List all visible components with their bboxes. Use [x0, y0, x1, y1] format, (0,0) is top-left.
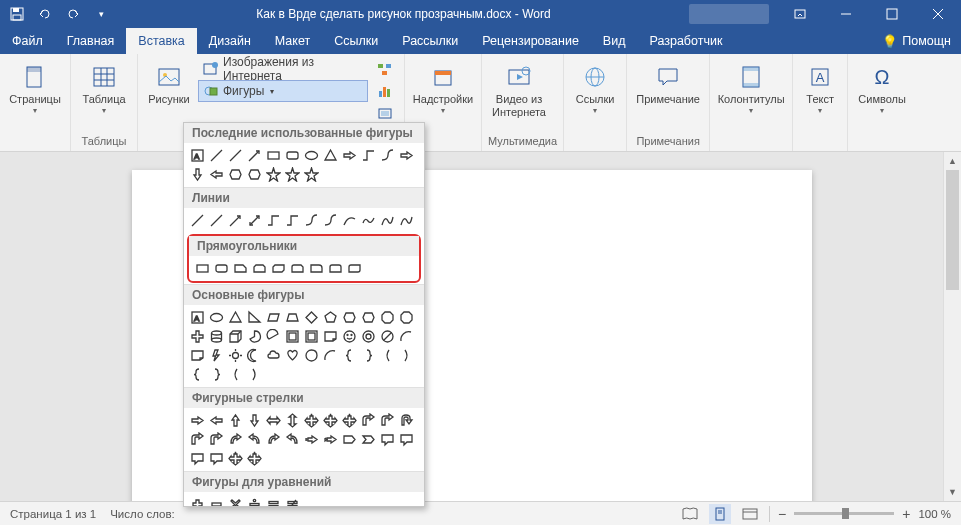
shape-arrL[interactable]: [207, 411, 226, 430]
shape-lpar[interactable]: [226, 365, 245, 384]
shape-lineDbl[interactable]: [245, 211, 264, 230]
shape-folded[interactable]: [321, 327, 340, 346]
shape-snip2diag[interactable]: [269, 259, 288, 278]
zoom-out-button[interactable]: −: [778, 506, 786, 522]
online-video-button[interactable]: Видео из Интернета: [488, 58, 550, 121]
shape-arrNotch[interactable]: [321, 430, 340, 449]
shape-arrR[interactable]: [188, 411, 207, 430]
shape-line[interactable]: [207, 146, 226, 165]
shape-plus[interactable]: [188, 327, 207, 346]
shape-para[interactable]: [264, 308, 283, 327]
shape-lineArrow[interactable]: [245, 146, 264, 165]
shape-hex[interactable]: [245, 165, 264, 184]
shape-snip2same[interactable]: [250, 259, 269, 278]
shape-arrR[interactable]: [340, 146, 359, 165]
print-layout-button[interactable]: [709, 504, 731, 524]
shape-arrL[interactable]: [207, 165, 226, 184]
shape-rrect[interactable]: [283, 146, 302, 165]
shape-tri[interactable]: [226, 308, 245, 327]
minimize-button[interactable]: [823, 0, 869, 28]
shape-callRect[interactable]: [397, 430, 416, 449]
tab-design[interactable]: Дизайн: [197, 28, 263, 54]
shape-pent[interactable]: [321, 308, 340, 327]
tab-references[interactable]: Ссылки: [322, 28, 390, 54]
shape-arrBent[interactable]: [378, 411, 397, 430]
shape-free[interactable]: [397, 211, 416, 230]
zoom-level[interactable]: 100 %: [918, 508, 951, 520]
headerfooter-button[interactable]: Колонтитулы ▾: [716, 58, 786, 118]
shape-bolt[interactable]: [207, 346, 226, 365]
shape-cube[interactable]: [226, 327, 245, 346]
shape-folded[interactable]: [188, 346, 207, 365]
shape-arc[interactable]: [321, 346, 340, 365]
shape-arrBent[interactable]: [359, 411, 378, 430]
shape-callRect[interactable]: [207, 449, 226, 468]
qat-customize[interactable]: ▾: [88, 2, 114, 26]
read-mode-button[interactable]: [679, 504, 701, 524]
shape-pie[interactable]: [245, 327, 264, 346]
shape-eqMult[interactable]: [226, 495, 245, 507]
close-button[interactable]: [915, 0, 961, 28]
shape-rpar[interactable]: [245, 365, 264, 384]
shape-arr4[interactable]: [340, 411, 359, 430]
shape-tri[interactable]: [321, 146, 340, 165]
shape-scribble[interactable]: [359, 211, 378, 230]
shape-frame[interactable]: [283, 327, 302, 346]
shape-star5[interactable]: [283, 165, 302, 184]
scroll-thumb[interactable]: [946, 170, 959, 290]
shape-textbox[interactable]: A: [188, 146, 207, 165]
chart-button[interactable]: [372, 80, 398, 102]
shape-arr4[interactable]: [302, 411, 321, 430]
shape-line[interactable]: [226, 146, 245, 165]
links-button[interactable]: Ссылки ▾: [570, 58, 620, 118]
tell-me[interactable]: 💡 Помощн: [872, 28, 961, 54]
shape-arr4[interactable]: [226, 449, 245, 468]
shape-diam[interactable]: [302, 308, 321, 327]
tab-layout[interactable]: Макет: [263, 28, 322, 54]
shape-oval[interactable]: [207, 308, 226, 327]
shape-rpar[interactable]: [397, 346, 416, 365]
shape-arrChev[interactable]: [359, 430, 378, 449]
shape-arrBent[interactable]: [188, 430, 207, 449]
shape-textbox[interactable]: A: [188, 308, 207, 327]
tab-insert[interactable]: Вставка: [126, 28, 196, 54]
shape-lpar[interactable]: [378, 346, 397, 365]
shape-connCurve[interactable]: [378, 146, 397, 165]
shape-rnd2diag[interactable]: [345, 259, 364, 278]
tab-file[interactable]: Файл: [0, 28, 55, 54]
shape-arrLR[interactable]: [264, 411, 283, 430]
save-button[interactable]: [4, 2, 30, 26]
shape-arrD[interactable]: [245, 411, 264, 430]
maximize-button[interactable]: [869, 0, 915, 28]
shape-oct[interactable]: [378, 308, 397, 327]
shape-rbrk[interactable]: [207, 365, 226, 384]
shape-rect[interactable]: [193, 259, 212, 278]
shape-arr4[interactable]: [321, 411, 340, 430]
shape-arrUD[interactable]: [283, 411, 302, 430]
undo-button[interactable]: [32, 2, 58, 26]
shape-snip1[interactable]: [231, 259, 250, 278]
shape-donut[interactable]: [359, 327, 378, 346]
shape-callRect[interactable]: [188, 449, 207, 468]
shape-arrCurveR[interactable]: [264, 430, 283, 449]
shape-arr4[interactable]: [245, 449, 264, 468]
shape-trap[interactable]: [283, 308, 302, 327]
zoom-thumb[interactable]: [842, 508, 849, 519]
scroll-up-icon[interactable]: ▲: [944, 152, 961, 170]
shape-line[interactable]: [188, 211, 207, 230]
shape-oval[interactable]: [302, 146, 321, 165]
shape-lineArrow[interactable]: [226, 211, 245, 230]
shape-rnd1[interactable]: [307, 259, 326, 278]
shape-conn[interactable]: [264, 211, 283, 230]
table-button[interactable]: Таблица ▾: [77, 58, 131, 118]
comment-button[interactable]: Примечание: [633, 58, 703, 109]
shape-tear[interactable]: [302, 346, 321, 365]
shape-star5[interactable]: [302, 165, 321, 184]
shape-rnd2same[interactable]: [326, 259, 345, 278]
shape-lbrk[interactable]: [188, 365, 207, 384]
screenshot-button[interactable]: [372, 102, 398, 124]
tab-mailings[interactable]: Рассылки: [390, 28, 470, 54]
tab-developer[interactable]: Разработчик: [637, 28, 734, 54]
shape-moon[interactable]: [245, 346, 264, 365]
shape-arrU[interactable]: [226, 411, 245, 430]
